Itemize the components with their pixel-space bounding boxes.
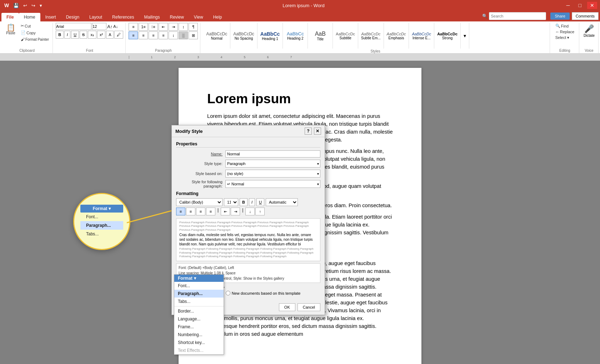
format-circle-title[interactable]: Format ▾	[80, 205, 123, 213]
styles-more-button[interactable]: ▾	[461, 23, 469, 49]
fmt-align-right[interactable]: ≡	[196, 208, 205, 215]
fmt-justify[interactable]: ≡	[206, 208, 215, 215]
align-right-button[interactable]: ≡	[149, 31, 158, 39]
line-spacing-button[interactable]: ↕	[169, 31, 178, 39]
redo-button[interactable]: ↪	[30, 2, 37, 9]
style-no-spacing[interactable]: AaBbCcDc No Spacing	[230, 23, 258, 49]
fmt-bold-button[interactable]: B	[240, 198, 248, 206]
comments-button[interactable]: Comments	[572, 12, 599, 20]
underline-button[interactable]: U	[71, 31, 79, 39]
share-button[interactable]: Share	[550, 13, 569, 20]
decrease-indent-button[interactable]: ⇤	[159, 23, 168, 31]
qat-customize[interactable]: ▾	[38, 2, 44, 9]
style-type-select[interactable]: Paragraph	[225, 160, 320, 168]
style-heading1[interactable]: AaBbCc Heading 1	[258, 23, 283, 49]
justify-button[interactable]: ≡	[159, 31, 168, 39]
search-input[interactable]	[489, 12, 546, 20]
bfm-language[interactable]: Language...	[174, 315, 224, 323]
fmt-line-spacing-increase[interactable]: ↑	[255, 208, 265, 215]
tab-review[interactable]: Review	[165, 13, 189, 21]
tab-help[interactable]: Help	[208, 13, 227, 21]
name-input[interactable]	[225, 150, 320, 158]
maximize-button[interactable]: □	[576, 2, 584, 9]
format-font-item[interactable]: Font...	[80, 213, 123, 221]
bfm-border[interactable]: Border...	[174, 307, 224, 315]
font-size-input[interactable]	[92, 23, 106, 30]
format-paragraph-item[interactable]: Paragraph...	[80, 221, 123, 230]
close-button[interactable]: ✕	[587, 2, 597, 9]
fmt-font-select[interactable]: Calibri (Body)	[176, 198, 222, 206]
format-tabs-item[interactable]: Tabs...	[80, 230, 123, 238]
bfm-header[interactable]: Format ▾	[174, 275, 224, 282]
bold-button[interactable]: B	[56, 31, 64, 39]
style-following-select[interactable]: ↵ Normal	[225, 180, 320, 188]
bfm-shortcut[interactable]: Shortcut key...	[174, 339, 224, 346]
fmt-italic-button[interactable]: I	[249, 198, 255, 206]
cut-button[interactable]: ✂ Cut	[19, 23, 50, 29]
format-painter-button[interactable]: 🖌 Format Painter	[19, 36, 50, 42]
style-emphasis[interactable]: AaBbCcDc Emphasis	[384, 23, 409, 49]
bfm-tabs[interactable]: Tabs...	[174, 298, 224, 305]
align-center-button[interactable]: ≡	[139, 31, 148, 39]
italic-button[interactable]: I	[64, 31, 70, 39]
sort-button[interactable]: ↕	[179, 23, 188, 31]
align-left-button[interactable]: ≡	[129, 31, 138, 39]
dialog-help-button[interactable]: ?	[305, 128, 312, 135]
select-button[interactable]: Select ▾	[554, 35, 576, 41]
style-based-select[interactable]: (no style)	[225, 170, 320, 178]
highlight-button[interactable]: 🖊	[114, 31, 123, 39]
multilevel-button[interactable]: ⁝≡	[149, 23, 158, 31]
bullets-button[interactable]: ≡	[129, 23, 138, 31]
bfm-frame[interactable]: Frame...	[174, 323, 224, 331]
tab-view[interactable]: View	[189, 13, 208, 21]
style-subtitle[interactable]: AaBbCcDc Subtitle	[333, 23, 358, 49]
tab-design[interactable]: Design	[61, 13, 84, 21]
undo-button[interactable]: ↩	[22, 2, 29, 9]
find-button[interactable]: 🔍 Find	[554, 23, 576, 29]
tab-home[interactable]: Home	[19, 13, 40, 21]
tab-insert[interactable]: Insert	[40, 13, 61, 21]
paste-button[interactable]: 📋 Paste	[4, 23, 18, 36]
fmt-align-left[interactable]: ≡	[176, 208, 185, 215]
numbering-button[interactable]: 1≡	[139, 23, 148, 31]
minimize-button[interactable]: ─	[564, 2, 573, 9]
dictate-button[interactable]: 🎤 Dictate	[582, 23, 596, 39]
grow-font-button[interactable]: A↑	[107, 24, 112, 29]
style-subtle-em[interactable]: AaBbCcDc Subtle Em...	[358, 23, 384, 49]
fmt-indent-more[interactable]: ⇥	[231, 208, 240, 215]
tab-file[interactable]: File	[1, 13, 19, 21]
font-name-input[interactable]	[56, 23, 91, 30]
style-strong[interactable]: AaBbCcDc Strong	[434, 23, 461, 49]
style-intense-em[interactable]: AaBbCcDc Intense E...	[409, 23, 434, 49]
shading-button[interactable]: ░	[179, 31, 188, 39]
dialog-close-button[interactable]: ✕	[314, 128, 321, 135]
fmt-indent-less[interactable]: ⇤	[221, 208, 230, 215]
show-formatting-button[interactable]: ¶	[189, 23, 198, 31]
fmt-align-center[interactable]: ≡	[186, 208, 195, 215]
tab-mailings[interactable]: Mailings	[139, 13, 165, 21]
style-heading2[interactable]: AaBbCc Heading 2	[283, 23, 308, 49]
dialog-cancel-button[interactable]: Cancel	[298, 303, 320, 311]
copy-button[interactable]: 📄 Copy	[19, 30, 50, 36]
new-docs-radio[interactable]	[226, 291, 230, 295]
bfm-text-effects[interactable]: Text Effects...	[174, 346, 224, 354]
strikethrough-button[interactable]: S	[80, 31, 87, 39]
replace-button[interactable]: ↔ Replace	[554, 29, 576, 35]
borders-button[interactable]: ⊞	[189, 31, 198, 39]
fmt-size-select[interactable]: 11	[224, 198, 238, 206]
dialog-ok-button[interactable]: OK	[279, 303, 295, 311]
tab-references[interactable]: References	[107, 13, 139, 21]
font-color-button[interactable]: A	[106, 31, 114, 39]
tab-layout[interactable]: Layout	[84, 13, 107, 21]
increase-indent-button[interactable]: ⇥	[169, 23, 178, 31]
bfm-numbering[interactable]: Numbering...	[174, 331, 224, 339]
subscript-button[interactable]: x₂	[88, 31, 96, 39]
bfm-font[interactable]: Font...	[174, 282, 224, 290]
fmt-underline-button[interactable]: U	[256, 198, 264, 206]
bfm-paragraph[interactable]: Paragraph...	[174, 290, 224, 298]
fmt-color-select[interactable]: Automatic	[266, 198, 298, 206]
style-title[interactable]: AaB Title	[308, 23, 333, 49]
fmt-line-spacing-decrease[interactable]: ↓	[245, 208, 255, 215]
superscript-button[interactable]: x²	[97, 31, 105, 39]
shrink-font-button[interactable]: A↓	[113, 24, 118, 29]
